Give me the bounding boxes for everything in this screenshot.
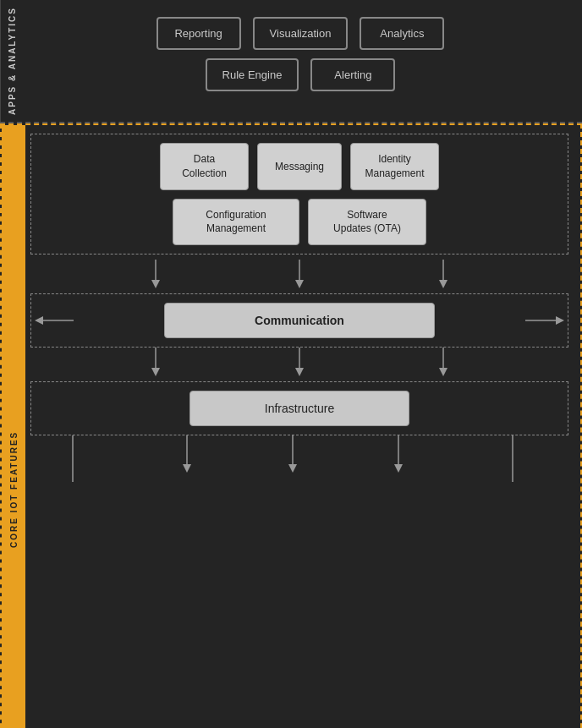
arrows-to-infra bbox=[37, 348, 562, 381]
software-updates-box: SoftwareUpdates (OTA) bbox=[308, 199, 426, 246]
visualization-box: Visualization bbox=[253, 17, 349, 50]
svg-marker-20 bbox=[288, 464, 297, 473]
data-collection-box: DataCollection bbox=[160, 143, 249, 190]
connector-lines bbox=[30, 435, 555, 482]
core-iot-label: CORE IOT FEATURES bbox=[2, 125, 25, 728]
communication-box: Communication bbox=[164, 303, 435, 338]
core-features-box: DataCollection Messaging IdentityManagem… bbox=[30, 134, 568, 255]
section-core: CORE IOT FEATURES DataCollection Messagi… bbox=[0, 123, 582, 728]
reporting-box: Reporting bbox=[156, 17, 241, 50]
arrows-to-comm bbox=[37, 260, 562, 293]
infrastructure-section: Infrastructure bbox=[30, 381, 568, 435]
messaging-box: Messaging bbox=[257, 143, 342, 190]
vertical-connectors bbox=[30, 435, 568, 482]
svg-marker-1 bbox=[151, 280, 160, 288]
config-management-box: ConfigurationManagement bbox=[173, 199, 299, 246]
infrastructure-box: Infrastructure bbox=[189, 391, 409, 426]
right-arrow-comm bbox=[517, 308, 568, 333]
svg-marker-3 bbox=[295, 280, 304, 288]
svg-marker-22 bbox=[394, 464, 403, 473]
svg-marker-18 bbox=[183, 464, 191, 473]
identity-management-box: IdentityManagement bbox=[350, 143, 439, 190]
section-apps: APPS & ANALYTICS Reporting Visualization… bbox=[0, 0, 582, 123]
left-arrow-comm bbox=[31, 308, 82, 333]
svg-marker-11 bbox=[151, 368, 160, 376]
apps-analytics-label: APPS & ANALYTICS bbox=[0, 0, 24, 122]
svg-marker-13 bbox=[295, 368, 304, 376]
svg-marker-15 bbox=[439, 368, 447, 376]
svg-marker-5 bbox=[439, 280, 447, 288]
main-container: APPS & ANALYTICS Reporting Visualization… bbox=[0, 0, 582, 728]
communication-section: Communication bbox=[30, 293, 568, 348]
svg-marker-9 bbox=[556, 316, 564, 325]
svg-marker-7 bbox=[35, 316, 43, 325]
analytics-box: Analytics bbox=[360, 17, 444, 50]
alerting-box: Alerting bbox=[310, 58, 395, 91]
rule-engine-box: Rule Engine bbox=[206, 58, 299, 91]
